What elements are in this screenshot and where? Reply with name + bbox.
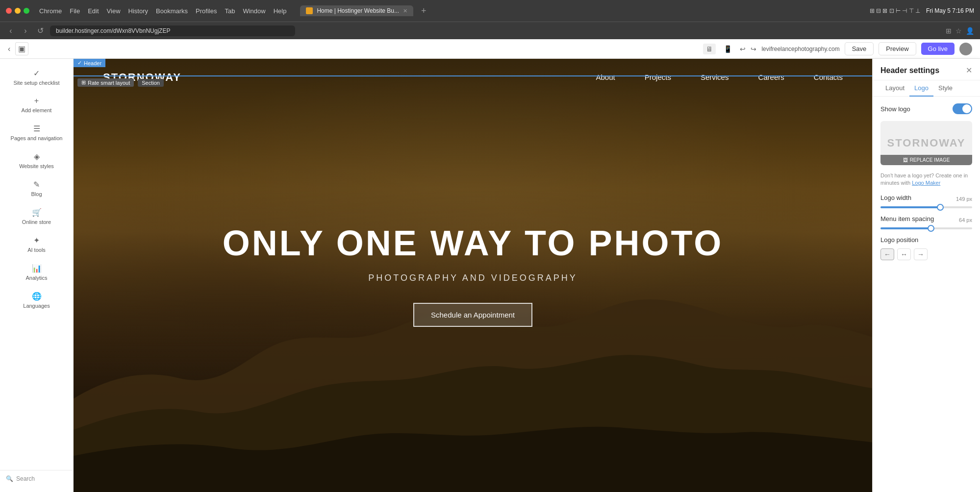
languages-icon: 🌐 [32, 292, 42, 301]
browser-tab[interactable]: Home | Hostinger Website Bu... ✕ [300, 5, 413, 16]
system-icons: ⊞ ⊟ ⊠ ⊡ ⊢ ⊣ ⊤ ⊥ [870, 7, 920, 14]
sidebar-item-blog[interactable]: ✎ Blog [3, 175, 70, 202]
mobile-view-button[interactable]: 📱 [721, 44, 735, 54]
sidebar-item-site-setup[interactable]: ✓ Site setup checklist [3, 64, 70, 91]
refresh-button[interactable]: ↺ [35, 26, 45, 35]
logo-maker-link[interactable]: Logo Maker [912, 180, 940, 186]
replace-image-button[interactable]: 🖼 REPLACE IMAGE [880, 155, 972, 165]
new-tab-icon[interactable]: + [421, 6, 427, 15]
site-setup-icon: ✓ [33, 69, 40, 78]
sidebar-toggle-icon[interactable]: ▣ [15, 42, 28, 55]
show-logo-row: Show logo [880, 103, 972, 114]
canvas-area: ✓ Header STORNOWAY About Projects Servic… [74, 59, 872, 492]
menu-spacing-label: Menu item spacing [880, 215, 934, 222]
rate-smart-layout-badge[interactable]: ⊞ Rate smart layout [77, 78, 134, 87]
panel-body: Show logo STORNOWAY 🖼 REPLACE IMAGE Don'… [873, 97, 980, 267]
menu-tab[interactable]: Tab [225, 7, 235, 15]
tab-layout[interactable]: Layout [880, 80, 909, 97]
section-label: Section [142, 80, 160, 86]
close-dot[interactable] [6, 8, 12, 14]
section-badge[interactable]: Section [138, 79, 164, 87]
menu-bookmarks[interactable]: Bookmarks [156, 7, 188, 15]
analytics-icon: 📊 [32, 264, 42, 273]
sidebar-item-languages[interactable]: 🌐 Languages [3, 287, 70, 314]
logo-width-label: Logo width [880, 194, 911, 201]
menu-spacing-slider-row: Menu item spacing 64 px [880, 215, 972, 229]
logo-position-buttons: ← ↔ → [880, 248, 972, 260]
macos-menu[interactable]: Chrome File Edit View History Bookmarks … [39, 7, 286, 15]
logo-position-label: Logo position [880, 236, 972, 244]
save-button[interactable]: Save [845, 42, 874, 55]
menu-window[interactable]: Window [243, 7, 265, 15]
sidebar-item-ai-tools[interactable]: ✦ AI tools [3, 231, 70, 258]
logo-width-track[interactable] [880, 206, 972, 208]
sidebar-item-website-styles[interactable]: ◈ Website styles [3, 147, 70, 174]
logo-width-fill [880, 206, 940, 208]
panel-close-icon[interactable]: ✕ [966, 66, 972, 75]
sidebar-item-analytics[interactable]: 📊 Analytics [3, 259, 70, 286]
toolbar-right: 🖥 📱 ↩ ↪ levifreelancephotography.com Sav… [703, 42, 972, 55]
menu-help[interactable]: Help [274, 7, 287, 15]
tab-logo[interactable]: Logo [909, 80, 933, 97]
tab-style[interactable]: Style [933, 80, 957, 97]
search-icon: 🔍 [6, 475, 13, 482]
url-bar[interactable] [50, 25, 295, 36]
logo-preview-text: STORNOWAY [887, 137, 966, 149]
menu-chrome[interactable]: Chrome [39, 7, 62, 15]
sidebar-item-blog-label: Blog [31, 191, 42, 197]
back-button[interactable]: ‹ [6, 26, 16, 35]
header-tag-label: Header [84, 60, 101, 66]
minimize-dot[interactable] [15, 8, 21, 14]
section-tag: ⊞ Rate smart layout Section [74, 75, 872, 89]
logo-pos-right-button[interactable]: → [914, 248, 928, 260]
user-avatar[interactable] [959, 43, 972, 55]
maximize-dot[interactable] [24, 8, 29, 14]
logo-preview-box[interactable]: STORNOWAY 🖼 REPLACE IMAGE [880, 121, 972, 165]
logo-pos-center-button[interactable]: ↔ [897, 248, 911, 260]
extensions-icon[interactable]: ⊞ [946, 27, 952, 35]
menu-spacing-label-row: Menu item spacing 64 px [880, 215, 972, 225]
golive-button[interactable]: Go live [921, 43, 955, 55]
hero-cta-button[interactable]: Schedule an Appointment [413, 303, 532, 327]
sidebar-item-pages[interactable]: ☰ Pages and navigation [3, 119, 70, 146]
header-settings-panel: Header settings ✕ Layout Logo Style Show… [872, 59, 980, 492]
hero-subtitle: PHOTOGRAPHY AND VIDEOGRAPHY [223, 273, 724, 283]
main-layout: ✓ Site setup checklist + Add element ☰ P… [0, 59, 980, 492]
menu-spacing-track[interactable] [880, 227, 972, 229]
sidebar-item-add-element[interactable]: + Add element [3, 92, 70, 118]
builder-toolbar: ‹ ▣ 🖥 📱 ↩ ↪ levifreelancephotography.com… [0, 39, 980, 59]
sidebar-item-ai-tools-label: AI tools [27, 247, 46, 253]
toggle-knob [962, 104, 971, 113]
sidebar-item-online-store[interactable]: 🛒 Online store [3, 203, 70, 230]
back-icon[interactable]: ‹ [8, 45, 10, 53]
profile-icon[interactable]: 👤 [966, 27, 974, 35]
sidebar-item-pages-label: Pages and navigation [11, 135, 63, 141]
redo-icon[interactable]: ↪ [751, 45, 756, 53]
panel-tabs: Layout Logo Style [873, 80, 980, 97]
menu-file[interactable]: File [70, 7, 80, 15]
hero-content: ONLY ONE WAY TO PHOTO PHOTOGRAPHY AND VI… [223, 224, 724, 326]
logo-width-label-row: Logo width 149 px [880, 194, 972, 204]
window-controls[interactable] [6, 8, 29, 14]
sidebar-item-analytics-label: Analytics [25, 275, 47, 281]
desktop-view-button[interactable]: 🖥 [703, 44, 716, 54]
menu-history[interactable]: History [128, 7, 148, 15]
panel-title: Header settings [880, 66, 939, 75]
undo-icon[interactable]: ↩ [740, 45, 746, 53]
ai-tools-icon: ✦ [33, 236, 40, 245]
bookmark-icon[interactable]: ☆ [955, 27, 962, 35]
tab-close-icon[interactable]: ✕ [403, 8, 407, 14]
logo-width-slider-row: Logo width 149 px [880, 194, 972, 208]
logo-width-thumb[interactable] [937, 204, 944, 211]
menu-profiles[interactable]: Profiles [196, 7, 217, 15]
system-time: Fri May 5 7:16 PM [926, 7, 974, 14]
show-logo-toggle[interactable] [953, 103, 972, 114]
logo-pos-left-button[interactable]: ← [880, 248, 894, 260]
menu-view[interactable]: View [107, 7, 121, 15]
menu-edit[interactable]: Edit [88, 7, 99, 15]
sidebar-search[interactable]: 🔍 Search [0, 470, 73, 487]
menu-spacing-thumb[interactable] [928, 225, 934, 232]
preview-button[interactable]: Preview [879, 42, 916, 55]
logo-hint: Don't have a logo yet? Create one in min… [880, 172, 972, 187]
forward-button[interactable]: › [21, 26, 30, 35]
